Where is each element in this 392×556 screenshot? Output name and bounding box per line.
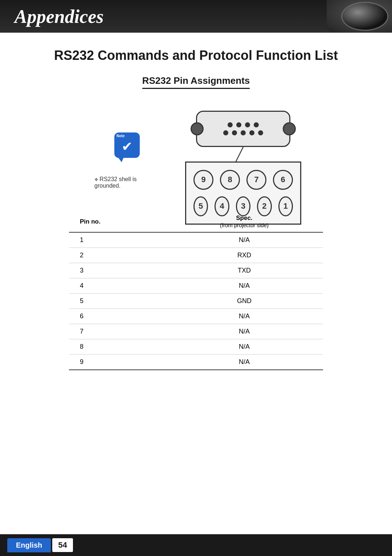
language-label: English [16,541,42,549]
pin-dot [254,122,259,127]
pin-number: 6 [69,308,166,324]
pin-1: 1 [278,196,293,216]
pin-number: 9 [69,354,166,370]
pin-dot [245,122,250,127]
pin-dot [258,130,263,135]
rs232-title: RS232 Commands and Protocol Function Lis… [29,47,363,64]
page-number: 54 [52,538,73,552]
table-row: 7N/A [69,324,323,339]
pin-row-top [228,122,259,127]
pin-7: 7 [246,170,266,190]
pin-assignment-table: Pin no. Spec. (from projector side) 1N/A… [69,211,323,370]
table-row: 6N/A [69,308,323,324]
pin-dot [223,130,228,135]
main-content: RS232 Commands and Protocol Function Lis… [0,33,392,385]
pin-dot [228,122,233,127]
checkmark-icon: ✔ [122,140,132,153]
pin-number: 5 [69,293,166,308]
note-icon: Note ✔ [114,132,140,158]
table-row: 3TXD [69,263,323,278]
table-row: 2RXD [69,248,323,263]
table-row: 8N/A [69,339,323,354]
pin-dot [249,130,254,135]
pin-table-body: 1N/A2RXD3TXD4N/A5GND6N/A7N/A8N/A9N/A [69,232,323,370]
pin-spec: N/A [166,232,323,248]
pin-row-bottom [223,130,263,135]
table-row: 9N/A [69,354,323,370]
page-title: Appendices [15,6,104,27]
pin-dot [236,122,241,127]
pin-3: 3 [236,196,250,216]
pin-dots-area [223,122,263,135]
header-bar: Appendices [0,0,392,33]
pin-spec: GND [166,293,323,308]
diagram-note-row: Note ✔ RS232 shell is grounded. [29,111,363,204]
note-text: RS232 shell is grounded. [91,176,163,189]
table-row: 5GND [69,293,323,308]
pin-dot [232,130,237,135]
pin-table-section: Pin no. Spec. (from projector side) 1N/A… [29,211,363,370]
pin-8: 8 [220,170,240,190]
pin-spec: N/A [166,324,323,339]
pin-4: 4 [215,196,229,216]
note-label: Note [117,134,124,138]
header-image [327,0,392,33]
pin-spec: N/A [166,339,323,354]
pin-number: 4 [69,278,166,293]
connector-line [232,147,254,162]
physical-connector [196,111,290,147]
pin-spec: N/A [166,354,323,370]
pin-spec: N/A [166,278,323,293]
language-tab: English [7,538,51,552]
connector-diagram: 987654321 [185,111,301,204]
section-title: RS232 Pin Assignments [142,75,250,89]
pin-spec: RXD [166,248,323,263]
svg-line-0 [236,147,243,162]
footer-content: English 54 [7,538,73,552]
pin-number: 2 [69,248,166,263]
table-row: 1N/A [69,232,323,248]
lens-icon [341,2,388,31]
col-pin-header: Pin no. [69,211,166,232]
table-row: 4N/A [69,278,323,293]
connector-line-svg [232,147,254,162]
pin-number: 3 [69,263,166,278]
pin-dot [241,130,246,135]
pin-number: 7 [69,324,166,339]
pin-spec: N/A [166,308,323,324]
pin-number: 8 [69,339,166,354]
pin-5: 5 [193,196,208,216]
note-box: Note ✔ RS232 shell is grounded. [91,132,163,189]
section-title-wrapper: RS232 Pin Assignments [29,75,363,100]
pin-spec: TXD [166,263,323,278]
pin-number: 1 [69,232,166,248]
pin-2: 2 [257,196,271,216]
pin-6: 6 [273,170,293,190]
footer: English 54 [0,534,392,556]
pin-9: 9 [193,170,213,190]
